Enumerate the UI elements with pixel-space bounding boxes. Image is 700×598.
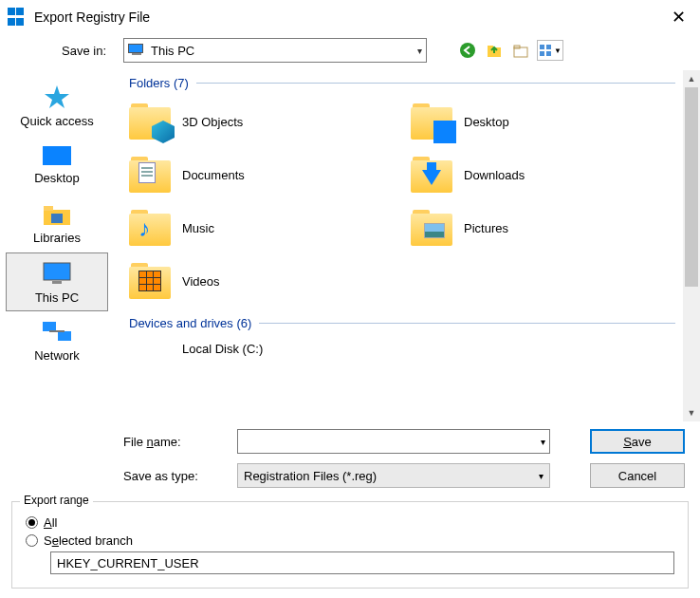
svg-point-0: [460, 43, 475, 58]
branch-path-input[interactable]: HKEY_CURRENT_USER: [50, 551, 674, 574]
radio-icon: [26, 534, 38, 547]
this-pc-icon: [128, 44, 145, 57]
scroll-thumb[interactable]: [685, 87, 698, 287]
save-in-value: This PC: [151, 44, 417, 58]
sidebar-item-quick-access[interactable]: Quick access: [6, 76, 108, 135]
sidebar-item-network[interactable]: Network: [6, 311, 108, 370]
titlebar: Export Registry File ✕: [0, 0, 700, 34]
view-menu-icon[interactable]: ▼: [537, 40, 563, 61]
folder-documents[interactable]: Documents: [129, 157, 411, 193]
save-as-type-label: Save as type:: [123, 469, 237, 483]
svg-rect-5: [540, 45, 544, 49]
desktop-folder-icon: [433, 121, 456, 143]
sidebar-item-label: Libraries: [33, 231, 81, 245]
network-icon: [41, 320, 73, 345]
save-button[interactable]: Save: [590, 429, 685, 454]
sidebar-item-label: Quick access: [20, 114, 93, 128]
radio-selected-branch[interactable]: Selected branch: [26, 533, 674, 548]
drive-local-c[interactable]: Local Disk (C:): [129, 340, 692, 358]
close-button[interactable]: ✕: [664, 7, 692, 28]
sidebar-item-libraries[interactable]: Libraries: [6, 194, 108, 252]
folder-videos[interactable]: Videos: [129, 263, 411, 299]
save-as-type-dropdown[interactable]: Registration Files (*.reg) ▾: [237, 463, 550, 488]
filename-label: File name:: [123, 435, 237, 449]
downloads-icon: [422, 170, 441, 185]
folder-label: Documents: [182, 168, 245, 182]
up-folder-icon[interactable]: [484, 40, 505, 61]
folder-grid: 3D Objects Desktop Documents Downloads ♪…: [129, 96, 692, 310]
scroll-down-icon[interactable]: ▼: [683, 404, 700, 421]
folder-label: Pictures: [464, 221, 508, 235]
export-range-group: Export range All Selected branch HKEY_CU…: [11, 501, 689, 589]
cancel-button[interactable]: Cancel: [590, 463, 685, 488]
new-folder-icon[interactable]: [510, 40, 531, 61]
drives-list: Local Disk (C:): [129, 336, 692, 362]
pictures-icon: [424, 223, 445, 238]
sidebar-item-label: This PC: [35, 290, 79, 305]
sidebar-item-label: Desktop: [34, 171, 80, 185]
scroll-up-icon[interactable]: ▲: [683, 70, 700, 87]
svg-rect-15: [52, 281, 62, 284]
drives-section-header: Devices and drives (6) ⌃: [129, 316, 692, 330]
libraries-icon: [42, 202, 72, 227]
radio-all[interactable]: All: [26, 515, 674, 530]
desktop-icon: [41, 144, 73, 167]
folder-label: Videos: [182, 274, 220, 289]
toolbar-icons: ▼: [457, 40, 563, 61]
folders-section-header: Folders (7) ⌃: [129, 76, 692, 90]
svg-rect-16: [43, 322, 56, 331]
folder-downloads[interactable]: Downloads: [411, 157, 692, 193]
sidebar-item-label: Network: [34, 348, 80, 363]
radio-icon: [26, 516, 38, 529]
svg-rect-7: [540, 51, 544, 56]
documents-icon: [138, 162, 156, 183]
svg-rect-12: [44, 206, 53, 211]
this-pc-icon: [40, 260, 74, 287]
quick-access-icon: [43, 84, 71, 110]
svg-marker-9: [45, 85, 69, 108]
folder-pictures[interactable]: Pictures: [411, 210, 692, 246]
save-in-label: Save in:: [11, 44, 116, 58]
sidebar-item-this-pc[interactable]: This PC: [6, 252, 108, 311]
folder-3d-objects[interactable]: 3D Objects: [129, 103, 411, 140]
scrollbar[interactable]: ▲ ▼: [683, 70, 700, 421]
music-icon: ♪: [138, 215, 150, 242]
folder-music[interactable]: ♪ Music: [129, 210, 411, 246]
drive-label: Local Disk (C:): [182, 342, 263, 356]
videos-icon: [138, 271, 161, 291]
svg-rect-6: [546, 45, 551, 49]
chevron-down-icon: ▾: [541, 437, 545, 447]
radio-selected-label: Selected branch: [44, 533, 133, 548]
folder-label: 3D Objects: [182, 115, 243, 129]
sidebar-item-desktop[interactable]: Desktop: [6, 135, 108, 194]
folder-label: Desktop: [464, 115, 509, 129]
save-in-dropdown[interactable]: This PC ▾: [123, 38, 427, 63]
folder-label: Downloads: [464, 168, 525, 182]
radio-all-label: All: [44, 515, 57, 530]
svg-rect-17: [58, 331, 71, 341]
svg-rect-8: [546, 51, 551, 56]
window-title: Export Registry File: [34, 9, 664, 25]
svg-rect-13: [51, 214, 63, 223]
back-icon[interactable]: [457, 40, 478, 61]
chevron-down-icon: ▾: [417, 46, 422, 56]
save-as-type-value: Registration Files (*.reg): [244, 469, 377, 483]
toolbar: Save in: This PC ▾ ▼: [0, 34, 700, 70]
branch-path-value: HKEY_CURRENT_USER: [57, 556, 199, 570]
folders-header-text: Folders (7): [129, 76, 189, 90]
folder-desktop[interactable]: Desktop: [411, 103, 692, 140]
places-sidebar: Quick access Desktop Libraries This PC N…: [0, 70, 114, 421]
dialog-body: Quick access Desktop Libraries This PC N…: [0, 70, 700, 421]
file-fields: File name: ▾ Save Save as type: Registra…: [0, 421, 700, 495]
folder-label: Music: [182, 221, 214, 235]
drives-header-text: Devices and drives (6): [129, 316, 251, 330]
svg-rect-10: [43, 146, 71, 165]
file-list-pane: Folders (7) ⌃ 3D Objects Desktop Documen…: [114, 70, 700, 421]
filename-input[interactable]: ▾: [237, 429, 550, 454]
regedit-icon: [8, 8, 27, 27]
export-range-legend: Export range: [20, 494, 93, 507]
chevron-down-icon: ▾: [539, 471, 543, 481]
svg-rect-14: [44, 263, 70, 280]
export-dialog: Export Registry File ✕ Save in: This PC …: [0, 0, 700, 598]
